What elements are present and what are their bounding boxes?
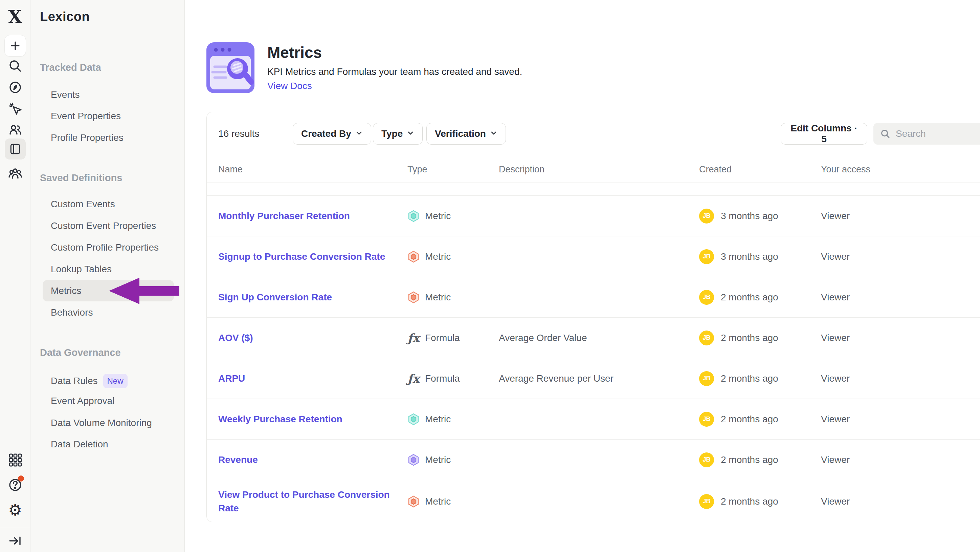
apps-grid-icon[interactable] bbox=[7, 452, 23, 468]
section-tracked-data: Tracked Data bbox=[40, 62, 101, 73]
avatar: JB bbox=[699, 290, 714, 305]
page-title: Lexicon bbox=[40, 10, 90, 24]
table-row: Monthly Purchaser Retention ƒx Metric JB… bbox=[207, 196, 980, 236]
chevron-down-icon bbox=[355, 128, 363, 139]
sidebar-item-events[interactable]: Events bbox=[51, 89, 80, 101]
metric-type-icon bbox=[407, 454, 420, 466]
metric-type-icon bbox=[407, 210, 420, 222]
type-label: Metric bbox=[425, 292, 451, 303]
filter-verification[interactable]: Verification bbox=[426, 123, 506, 145]
page-heading: Metrics bbox=[267, 43, 322, 62]
metric-type-icon bbox=[407, 250, 420, 263]
search-input[interactable] bbox=[896, 128, 977, 139]
search-icon bbox=[880, 129, 890, 139]
table-row: AOV ($) ƒx Formula Average Order Value J… bbox=[207, 317, 980, 358]
metric-name-link[interactable]: Signup to Purchase Conversion Rate bbox=[218, 250, 396, 263]
created-time: 2 months ago bbox=[721, 455, 778, 465]
table-body: Monthly Purchaser Retention ƒx Metric JB… bbox=[207, 196, 980, 522]
avatar: JB bbox=[699, 452, 714, 467]
description: Average Revenue per User bbox=[499, 373, 699, 384]
new-badge: New bbox=[103, 374, 127, 388]
add-button[interactable] bbox=[5, 35, 26, 57]
sidebar-item-custom-event-properties[interactable]: Custom Event Properties bbox=[51, 220, 156, 231]
plus-icon bbox=[10, 41, 20, 51]
sidebar-item-profile-properties[interactable]: Profile Properties bbox=[51, 132, 124, 144]
help-icon[interactable] bbox=[7, 477, 23, 493]
organization-icon[interactable] bbox=[7, 165, 23, 182]
sidebar-item-data-deletion[interactable]: Data Deletion bbox=[51, 439, 108, 450]
type-label: Metric bbox=[425, 414, 451, 425]
sidebar-item-event-properties[interactable]: Event Properties bbox=[51, 110, 121, 122]
column-header-created[interactable]: Created bbox=[699, 164, 821, 175]
view-docs-link[interactable]: View Docs bbox=[267, 81, 312, 91]
description: Average Order Value bbox=[499, 333, 699, 343]
lexicon-panel-icon[interactable] bbox=[5, 139, 26, 160]
sidebar-item-custom-events[interactable]: Custom Events bbox=[51, 198, 115, 210]
table-row: Sign Up Conversion Rate ƒx Metric JB2 mo… bbox=[207, 277, 980, 317]
metric-type-icon bbox=[407, 291, 420, 303]
chevron-down-icon bbox=[407, 128, 414, 139]
sidebar-item-event-approval[interactable]: Event Approval bbox=[51, 395, 115, 407]
edit-columns-button[interactable]: Edit Columns · 5 bbox=[781, 123, 867, 145]
access-level: Viewer bbox=[821, 414, 980, 425]
click-analytics-icon[interactable] bbox=[7, 101, 23, 117]
avatar: JB bbox=[699, 249, 714, 264]
metric-name-link[interactable]: AOV ($) bbox=[218, 331, 396, 345]
search-nav-icon[interactable] bbox=[7, 58, 23, 74]
created-time: 2 months ago bbox=[721, 292, 778, 303]
filter-type[interactable]: Type bbox=[373, 123, 423, 145]
settings-gear-icon[interactable]: ⚙ bbox=[8, 502, 22, 518]
type-label: Metric bbox=[425, 496, 451, 507]
metric-name-link[interactable]: Weekly Purchase Retention bbox=[218, 412, 396, 426]
avatar: JB bbox=[699, 330, 714, 345]
main-content: Metrics KPI Metrics and Formulas your te… bbox=[185, 0, 980, 552]
metric-name-link[interactable]: Revenue bbox=[218, 453, 396, 467]
table-row: Weekly Purchase Retention ƒx Metric JB2 … bbox=[207, 399, 980, 440]
created-time: 3 months ago bbox=[721, 251, 778, 262]
metric-type-icon bbox=[407, 495, 420, 507]
column-header-name[interactable]: Name bbox=[218, 164, 407, 175]
icon-rail: X ⚙ bbox=[0, 0, 30, 552]
filter-created-by[interactable]: Created By bbox=[293, 123, 371, 145]
metric-name-link[interactable]: ARPU bbox=[218, 372, 396, 385]
sidebar-item-behaviors[interactable]: Behaviors bbox=[51, 307, 93, 318]
metric-name-link[interactable]: Monthly Purchaser Retention bbox=[218, 209, 396, 223]
sidebar-item-custom-profile-properties[interactable]: Custom Profile Properties bbox=[51, 242, 159, 253]
scrolled-row-sliver bbox=[207, 183, 980, 196]
lexicon-sidebar: Lexicon Tracked Data Events Event Proper… bbox=[30, 0, 185, 552]
metrics-page-icon bbox=[207, 42, 255, 93]
section-data-governance: Data Governance bbox=[40, 347, 121, 358]
exit-collapse-icon[interactable] bbox=[7, 533, 23, 549]
column-header-your-access[interactable]: Your access bbox=[821, 164, 980, 175]
rail-divider bbox=[0, 527, 30, 527]
table-toolbar: 16 results Created By Type Verification … bbox=[207, 112, 980, 156]
section-saved-definitions: Saved Definitions bbox=[40, 172, 122, 183]
metric-name-link[interactable]: View Product to Purchase Conversion Rate bbox=[218, 488, 396, 515]
metric-type-icon bbox=[407, 413, 420, 425]
sidebar-item-metrics[interactable]: Metrics bbox=[51, 285, 81, 297]
sidebar-item-lookup-tables[interactable]: Lookup Tables bbox=[51, 263, 112, 275]
type-label: Metric bbox=[425, 211, 451, 222]
table-row: Revenue ƒx Metric JB2 months ago Viewer bbox=[207, 440, 980, 480]
created-time: 2 months ago bbox=[721, 373, 778, 384]
type-label: Metric bbox=[425, 251, 451, 262]
table-row: Signup to Purchase Conversion Rate ƒx Me… bbox=[207, 236, 980, 277]
access-level: Viewer bbox=[821, 455, 980, 465]
column-header-description[interactable]: Description bbox=[499, 164, 699, 175]
users-icon[interactable] bbox=[7, 122, 23, 138]
avatar: JB bbox=[699, 209, 714, 223]
table-search[interactable] bbox=[873, 123, 980, 145]
compass-icon[interactable] bbox=[7, 79, 23, 96]
sidebar-item-data-rules[interactable]: Data Rules New bbox=[51, 374, 127, 388]
created-time: 3 months ago bbox=[721, 211, 778, 222]
column-header-type[interactable]: Type bbox=[407, 164, 499, 175]
avatar: JB bbox=[699, 494, 714, 509]
metric-name-link[interactable]: Sign Up Conversion Rate bbox=[218, 290, 396, 304]
created-time: 2 months ago bbox=[721, 333, 778, 343]
sidebar-item-data-volume-monitoring[interactable]: Data Volume Monitoring bbox=[51, 417, 152, 429]
table-header-row: Name Type Description Created Your acces… bbox=[207, 156, 980, 183]
results-count: 16 results bbox=[218, 123, 259, 145]
toolbar-divider bbox=[273, 124, 273, 143]
mixpanel-logo-icon[interactable]: X bbox=[6, 7, 25, 26]
table-row: View Product to Purchase Conversion Rate… bbox=[207, 480, 980, 522]
